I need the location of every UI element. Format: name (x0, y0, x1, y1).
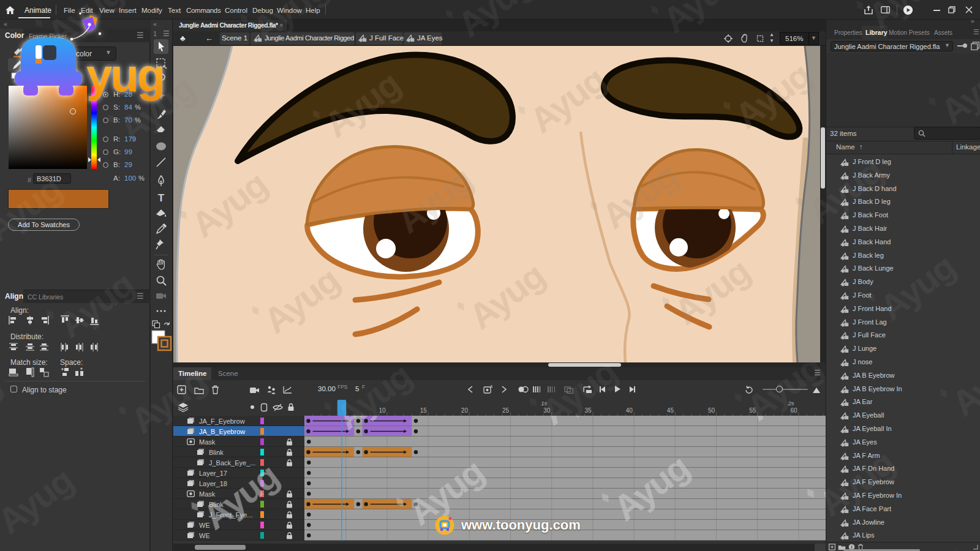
svg-text:10: 10 (379, 407, 386, 414)
svg-text:45: 45 (667, 407, 674, 414)
svg-text:25: 25 (502, 407, 510, 414)
svg-text:1s: 1s (541, 400, 547, 407)
svg-text:A: A (490, 384, 492, 389)
svg-text:20: 20 (461, 407, 469, 414)
svg-text:30: 30 (543, 407, 551, 414)
svg-text:2s: 2s (787, 400, 794, 407)
svg-text:15: 15 (420, 407, 428, 414)
svg-text:50: 50 (708, 407, 715, 414)
svg-text:60: 60 (790, 407, 797, 414)
svg-text:55: 55 (749, 407, 756, 414)
svg-text:40: 40 (626, 407, 633, 414)
svg-text:T: T (158, 192, 165, 204)
svg-text:35: 35 (584, 407, 592, 414)
